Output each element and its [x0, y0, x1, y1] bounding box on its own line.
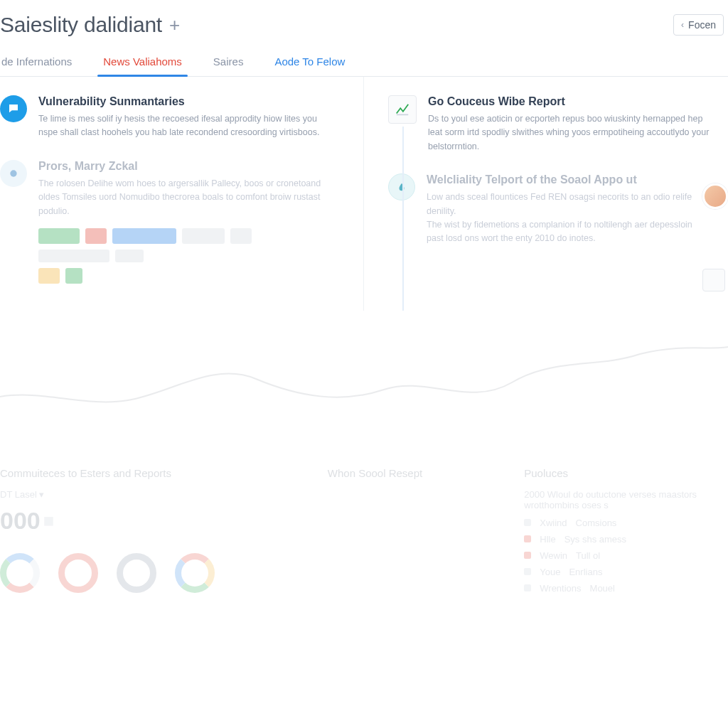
list-item: WewinTull ol: [524, 550, 707, 561]
feed-item[interactable]: Vulnerability Sunmantaries Te lime is me…: [0, 95, 338, 140]
feed-item-title: Welcliality Telport of the Soaol Appo ut: [427, 173, 711, 186]
speech-bubble-icon: [0, 95, 27, 122]
panel-description: 2000 Wloul do outuctone verses maastors …: [524, 489, 707, 510]
panel-committees: Commuiteces to Esters and Reports DT Las…: [0, 467, 328, 599]
donut-chart: [117, 553, 156, 593]
page-title: Saieslity dalidiant: [0, 13, 162, 37]
badge-row: [38, 228, 338, 244]
tab-saires[interactable]: Saires: [212, 48, 245, 76]
page-header: Saieslity dalidiant + ‹ Focen: [0, 0, 728, 44]
right-column: Go Couceus Wibe Report Ds to youl ese ao…: [364, 77, 728, 311]
donut-row: [0, 553, 306, 593]
feed-item-body: Te lime is mes solif iy hesis the recoes…: [38, 112, 338, 140]
badge-row: [38, 268, 338, 284]
background-sparkline: [0, 340, 728, 425]
badge-row: [38, 250, 338, 262]
chevron-down-icon: ▾: [39, 489, 44, 500]
tab-informations[interactable]: de Infernations: [0, 48, 73, 76]
feed-item[interactable]: Prors, Marry Zckal The rolosen Delihe wo…: [0, 160, 338, 284]
feed-item-body: The rolosen Delihe wom hoes to argersall…: [38, 177, 338, 218]
panel-puoluces: Puoluces 2000 Wloul do outuctone verses …: [524, 467, 728, 599]
feed-item-body: Low ands sceal flountices Fed REN osagsi…: [427, 191, 711, 246]
panel-title: Commuiteces to Esters and Reports: [0, 467, 306, 479]
list-item: WrentionsMouel: [524, 583, 707, 594]
feed-item[interactable]: Go Couceus Wibe Report Ds to youl ese ao…: [388, 95, 711, 154]
tab-aode-to-felow[interactable]: Aode To Felow: [273, 48, 346, 76]
chevron-left-icon: ‹: [681, 20, 684, 30]
panel-whon-soool: Whon Soool Resept: [328, 467, 524, 599]
avatar[interactable]: [702, 183, 728, 209]
feed-item[interactable]: Welcliality Telport of the Soaol Appo ut…: [388, 173, 711, 246]
donut-chart: [0, 553, 40, 593]
svg-point-0: [10, 170, 16, 176]
forecast-button-label: Focen: [688, 19, 716, 31]
side-action-button[interactable]: [702, 269, 725, 291]
list-item: XwiindComsions: [524, 518, 707, 528]
timeline-line: [402, 127, 404, 311]
list-item: HlleSys shs amess: [524, 534, 707, 545]
circle-icon: [0, 160, 27, 187]
tab-news-valiahoms[interactable]: News Valiahoms: [102, 48, 183, 76]
panel-title: Puoluces: [524, 467, 707, 479]
panel-subtitle: DT Lasel ▾: [0, 489, 306, 500]
forecast-button[interactable]: ‹ Focen: [673, 14, 724, 36]
feed-item-title: Go Couceus Wibe Report: [428, 95, 711, 108]
panel-title: Whon Soool Resept: [328, 467, 503, 479]
donut-chart: [58, 553, 98, 593]
panel-metric: 000◼: [0, 507, 306, 535]
list-item: YoueEnrlians: [524, 567, 707, 577]
feed-item-title: Prors, Marry Zckal: [38, 160, 338, 173]
donut-chart: [175, 553, 215, 593]
add-button[interactable]: +: [169, 14, 180, 36]
drop-icon: [388, 173, 415, 200]
left-column: Vulnerability Sunmantaries Te lime is me…: [0, 77, 364, 311]
feed-item-title: Vulnerability Sunmantaries: [38, 95, 338, 108]
chart-up-icon: [388, 95, 417, 124]
tab-bar: de Infernations News Valiahoms Saires Ao…: [0, 48, 728, 77]
feed-item-body: Ds to youl ese aoticin or ecporteh repus…: [428, 112, 711, 154]
